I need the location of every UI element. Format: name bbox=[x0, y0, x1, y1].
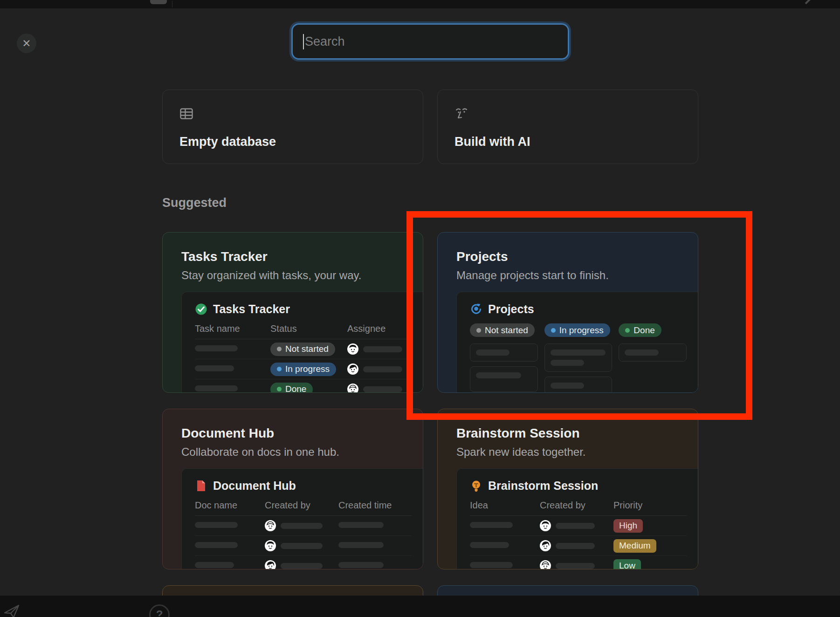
status-label: In progress bbox=[285, 364, 330, 374]
option-label: Empty database bbox=[179, 135, 276, 149]
skeleton-bar bbox=[556, 523, 595, 529]
text-caret bbox=[303, 34, 304, 49]
new-database-modal: ✕ Empty database bbox=[0, 8, 840, 596]
status-dot bbox=[277, 387, 282, 391]
search-box bbox=[291, 23, 569, 60]
column-header: Task name bbox=[195, 323, 270, 334]
column-header: Doc name bbox=[195, 500, 265, 511]
skeleton-bar bbox=[281, 563, 323, 569]
column-header: Status bbox=[270, 323, 347, 334]
template-title: Tasks Tracker bbox=[181, 249, 423, 264]
empty-database-card[interactable]: Empty database bbox=[162, 89, 423, 164]
primary-options: Empty database Build with AI bbox=[162, 89, 698, 164]
template-title: Document Hub bbox=[181, 426, 423, 441]
template-preview: Tasks Tracker Task name Status Assignee … bbox=[181, 292, 423, 392]
avatar bbox=[347, 384, 358, 392]
ai-face-icon bbox=[454, 107, 468, 121]
paper-plane-icon[interactable] bbox=[3, 603, 20, 617]
template-preview: Brainstorm Session Idea Created by Prior… bbox=[456, 468, 698, 569]
status-dot bbox=[277, 367, 282, 371]
skeleton-bar bbox=[363, 346, 402, 352]
avatar bbox=[265, 560, 276, 569]
close-button[interactable]: ✕ bbox=[17, 34, 36, 53]
table-header: Doc name Created by Created time bbox=[195, 500, 412, 516]
document-icon bbox=[195, 480, 207, 492]
template-card-document-hub[interactable]: Document Hub Collaborate on docs in one … bbox=[162, 409, 423, 569]
table-row: Not started bbox=[195, 339, 412, 359]
status-dot bbox=[277, 347, 282, 351]
template-title: Projects bbox=[456, 249, 698, 264]
skeleton-bar bbox=[338, 542, 384, 548]
board-card bbox=[544, 377, 613, 392]
skeleton-bar bbox=[556, 543, 595, 549]
board-column-badge: In progress bbox=[544, 323, 610, 337]
table-row: Medium bbox=[470, 536, 687, 556]
status-label: Done bbox=[285, 384, 306, 392]
table-icon bbox=[179, 107, 193, 121]
preview-title: Document Hub bbox=[213, 479, 296, 493]
skeleton-bar bbox=[363, 386, 402, 392]
skeleton-bar bbox=[551, 350, 606, 356]
avatar bbox=[347, 363, 358, 375]
skeleton-bar bbox=[195, 542, 238, 548]
board-preview: Not started In progress Done bbox=[470, 323, 687, 392]
skeleton-bar bbox=[476, 372, 521, 378]
preview-title: Brainstorm Session bbox=[488, 479, 598, 493]
skeleton-bar bbox=[363, 366, 402, 372]
table-row: Done bbox=[195, 379, 412, 392]
status-dot bbox=[625, 328, 630, 333]
template-card-partial-left[interactable] bbox=[162, 585, 423, 596]
template-card-partial-right[interactable] bbox=[437, 585, 698, 596]
search-input[interactable] bbox=[293, 25, 568, 58]
board-column: In progress bbox=[544, 323, 613, 392]
table-header: Idea Created by Priority bbox=[470, 500, 687, 516]
status-badge: In progress bbox=[270, 363, 336, 376]
skeleton-bar bbox=[556, 563, 595, 569]
check-circle-icon bbox=[195, 303, 207, 315]
skeleton-bar bbox=[281, 543, 323, 549]
skeleton-bar bbox=[195, 562, 234, 568]
template-grid: Tasks Tracker Stay organized with tasks,… bbox=[162, 232, 698, 596]
preview-header: Document Hub bbox=[195, 479, 412, 493]
template-card-brainstorm-session[interactable]: Brainstorm Session Spark new ideas toget… bbox=[437, 409, 698, 569]
avatar bbox=[540, 540, 551, 551]
template-card-projects[interactable]: Projects Manage projects start to finish… bbox=[437, 232, 698, 393]
column-header: Created by bbox=[540, 500, 613, 511]
column-header: Idea bbox=[470, 500, 540, 511]
template-title: Brainstorm Session bbox=[456, 426, 698, 441]
option-label: Build with AI bbox=[454, 135, 530, 149]
preview-title: Projects bbox=[488, 302, 534, 316]
app-topbar bbox=[0, 0, 840, 8]
board-card bbox=[470, 343, 538, 362]
column-header: Priority bbox=[613, 500, 687, 511]
board-column-badge: Not started bbox=[470, 323, 535, 337]
skeleton-bar bbox=[195, 345, 238, 351]
board-card bbox=[619, 343, 687, 362]
table-row: In progress bbox=[195, 359, 412, 379]
template-card-tasks-tracker[interactable]: Tasks Tracker Stay organized with tasks,… bbox=[162, 232, 423, 393]
board-card bbox=[470, 366, 538, 392]
column-header: Created by bbox=[265, 500, 338, 511]
suggested-heading: Suggested bbox=[162, 196, 227, 210]
table-row bbox=[195, 536, 412, 556]
lightbulb-icon bbox=[470, 480, 482, 492]
status-badge: Not started bbox=[270, 343, 335, 356]
preview-header: Brainstorm Session bbox=[470, 479, 687, 493]
template-description: Spark new ideas together. bbox=[456, 446, 698, 459]
preview-header: Projects bbox=[470, 302, 687, 316]
skeleton-bar bbox=[551, 360, 584, 366]
pencil-icon bbox=[805, 0, 811, 4]
skeleton-bar bbox=[195, 385, 238, 391]
tab-stub bbox=[150, 0, 167, 4]
status-label: Not started bbox=[485, 325, 528, 336]
board-column: Not started bbox=[470, 323, 538, 392]
template-description: Manage projects start to finish. bbox=[456, 269, 698, 282]
template-description: Stay organized with tasks, your way. bbox=[181, 269, 423, 282]
build-with-ai-card[interactable]: Build with AI bbox=[437, 89, 698, 164]
priority-badge: High bbox=[613, 519, 643, 533]
table-row: Low bbox=[470, 556, 687, 569]
skeleton-bar bbox=[470, 542, 509, 548]
column-header: Assignee bbox=[347, 323, 412, 334]
help-icon: ? bbox=[156, 608, 163, 617]
table-header: Task name Status Assignee bbox=[195, 323, 412, 339]
